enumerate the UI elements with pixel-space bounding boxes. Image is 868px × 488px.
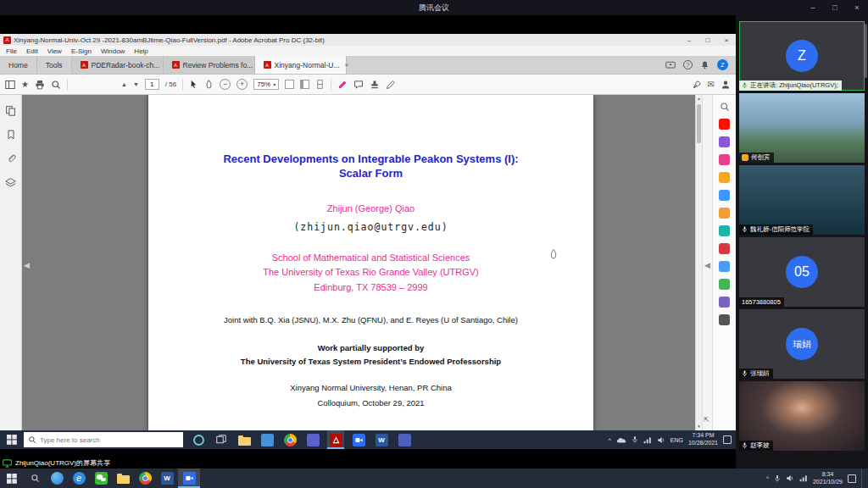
file-explorer-icon[interactable] [236,430,253,449]
redact-icon[interactable] [719,243,730,254]
wechat-icon[interactable] [90,469,112,488]
edit-pdf-icon[interactable] [719,154,730,165]
menu-help[interactable]: Help [134,47,147,55]
mic-tray-icon[interactable] [774,474,781,483]
taskbar-search[interactable] [24,432,183,447]
attachments-icon[interactable] [6,153,16,164]
network-tray-icon[interactable] [799,474,808,482]
menu-edit[interactable]: Edit [26,47,38,55]
send-for-review-icon[interactable] [719,261,730,272]
app-purple-icon[interactable] [304,430,321,449]
fit-page-icon[interactable] [300,80,309,89]
tray-chevron-up-icon[interactable]: ^ [766,475,769,481]
stamp-icon[interactable] [370,80,380,90]
tools-search-icon[interactable] [720,102,730,112]
local-start-button[interactable] [0,469,24,488]
page-number-input[interactable] [145,79,159,90]
protect-icon[interactable] [719,297,730,308]
chrome-icon[interactable] [134,469,156,488]
favorites-star-icon[interactable]: ★ [21,80,29,89]
highlighter-icon[interactable] [337,80,348,90]
menu-file[interactable]: File [6,47,17,55]
collapse-panel-arrow-icon[interactable]: ◀ [704,261,710,269]
app-window-icon[interactable] [259,430,275,449]
volume-tray-icon[interactable] [786,474,794,482]
sign-pen-icon[interactable] [386,80,396,90]
show-desktop-strip[interactable] [861,469,864,488]
layers-icon[interactable] [5,177,16,188]
qq-app-icon[interactable] [46,469,68,488]
maximize-button[interactable]: □ [824,0,846,15]
participant-tile[interactable]: 05 16573880805 [739,237,865,307]
word-icon[interactable]: W [156,469,178,488]
participants-scrollbar[interactable] [865,24,867,78]
bookmarks-icon[interactable] [6,130,16,140]
scrolling-mode-icon[interactable] [315,80,325,89]
acrobat-restore-button[interactable]: □ [698,34,717,46]
tab-home[interactable]: Home [0,56,37,74]
search-icon[interactable] [51,80,61,90]
more-tools-icon[interactable] [719,314,730,325]
tab-tools[interactable]: Tools [37,56,72,74]
participant-tile[interactable]: 魏礼娇-信阳师范学院 [739,165,865,235]
start-button[interactable] [0,430,24,449]
zoom-out-icon[interactable]: − [220,79,231,90]
select-tool-icon[interactable] [189,80,198,89]
page-thumbnails-icon[interactable] [5,105,16,116]
acrobat-close-button[interactable]: × [717,34,736,46]
meeting-app-icon[interactable] [178,469,200,488]
hand-tool-icon[interactable] [204,80,214,89]
notification-center-icon[interactable] [723,435,732,444]
local-clock[interactable]: 8:34 2021/10/29 [813,471,843,486]
bell-icon[interactable] [700,60,709,69]
combine-files-icon[interactable] [719,190,730,201]
organize-pages-icon[interactable] [719,208,730,219]
minimize-button[interactable]: – [802,0,824,15]
previous-page-icon[interactable]: ▲ [121,81,127,87]
tab-document-active[interactable]: A Xinyang-Normal-U... × [255,56,347,74]
scroll-up-icon[interactable]: ▲ [696,95,702,103]
file-explorer-icon[interactable] [112,469,134,488]
tab-document-2[interactable]: A Review Problems fo... [164,56,255,74]
fullscreen-expand-icon[interactable]: ⇱ [704,416,709,424]
scrollbar-thumb[interactable] [697,104,701,143]
onedrive-cloud-icon[interactable] [616,436,626,444]
compress-pdf-icon[interactable] [719,225,730,236]
acrobat-minimize-button[interactable]: – [680,34,698,46]
comment-bubble-icon[interactable] [353,80,364,90]
fit-width-icon[interactable] [285,80,294,89]
meeting-app-icon[interactable] [350,430,367,449]
profile-icon[interactable] [721,80,731,90]
previous-view-arrow-icon[interactable]: ◀ [24,261,30,269]
create-pdf-icon[interactable] [719,136,730,147]
word-icon[interactable]: W [373,430,390,449]
task-view-icon[interactable] [213,430,230,449]
language-indicator[interactable]: ENG [670,437,683,443]
comment-tool-icon[interactable] [719,172,730,183]
notification-center-icon[interactable] [848,474,856,483]
close-button[interactable]: × [846,0,868,15]
scroll-down-icon[interactable]: ▼ [696,423,702,430]
participant-tile-speaker[interactable]: Z 正在讲话: ZhijunQiao(UTRGV); [739,21,865,91]
edge-icon[interactable]: e [68,469,90,488]
search-input[interactable] [40,436,167,444]
document-canvas[interactable]: ◀ Recent Developments on Integrable Peak… [22,95,695,430]
next-page-icon[interactable]: ▼ [133,81,139,87]
menu-view[interactable]: View [47,47,62,55]
tray-chevron-up-icon[interactable]: ^ [608,437,610,443]
account-avatar[interactable]: Z [717,59,728,70]
network-tray-icon[interactable] [643,436,652,444]
mic-tray-icon[interactable] [632,435,638,444]
send-mail-icon[interactable]: ✉ [708,80,715,89]
shared-clock[interactable]: 7:34 PM 10/28/2021 [688,432,718,447]
zoom-in-icon[interactable]: + [236,79,248,90]
menu-esign[interactable]: E-Sign [71,47,92,55]
participant-tile[interactable]: 何创宾 [739,93,865,163]
tab-document-1[interactable]: A PDERadar-book-ch... [72,56,164,74]
share-screen-icon[interactable] [665,60,676,70]
chrome-icon[interactable] [281,430,298,449]
print-icon[interactable] [35,80,45,90]
vertical-scrollbar[interactable]: ▲ ▼ [695,95,702,430]
help-icon[interactable]: ? [683,60,693,69]
export-pdf-icon[interactable] [719,119,730,130]
